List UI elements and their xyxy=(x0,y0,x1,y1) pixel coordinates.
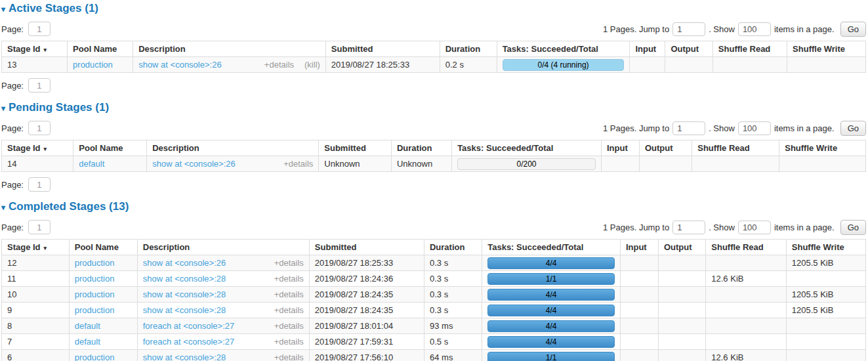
go-button[interactable]: Go xyxy=(840,22,866,37)
jump-to-input[interactable] xyxy=(672,221,705,234)
cell-shuffle-read xyxy=(706,318,786,334)
show-count-input[interactable] xyxy=(738,22,771,36)
col-header-stage-id[interactable]: Stage Id▾ xyxy=(2,240,70,255)
go-button[interactable]: Go xyxy=(840,220,866,235)
col-header-output[interactable]: Output xyxy=(658,240,705,255)
show-label: . Show xyxy=(709,123,735,133)
col-header-description[interactable]: Description xyxy=(133,41,326,57)
col-header-input[interactable]: Input xyxy=(620,240,658,255)
show-count-input[interactable] xyxy=(738,221,771,234)
col-header-shuffle-write[interactable]: Shuffle Write xyxy=(786,240,865,255)
details-toggle[interactable]: +details xyxy=(274,337,304,347)
description-link[interactable]: show at <console>:26 xyxy=(138,60,221,70)
pool-name-link[interactable]: production xyxy=(75,352,115,361)
col-header-shuffle-read[interactable]: Shuffle Read xyxy=(692,140,779,156)
col-header-tasks[interactable]: Tasks: Succeeded/Total xyxy=(452,140,602,156)
cell-submitted: Unknown xyxy=(319,156,392,172)
details-toggle[interactable]: +details xyxy=(283,159,313,169)
cell-pool-name: production xyxy=(69,350,137,361)
details-toggle[interactable]: +details xyxy=(274,274,304,284)
page-control: Page: xyxy=(1,78,51,93)
col-header-submitted[interactable]: Submitted xyxy=(325,41,440,57)
col-header-output[interactable]: Output xyxy=(639,140,692,156)
details-toggle[interactable]: +details xyxy=(264,60,294,70)
col-header-label: Description xyxy=(143,242,190,252)
task-progress-bar: 4/4 xyxy=(487,336,615,348)
pool-name-link[interactable]: production xyxy=(75,305,115,315)
description-link[interactable]: show at <console>:28 xyxy=(143,352,226,361)
page-number-input[interactable] xyxy=(28,220,51,234)
details-toggle[interactable]: +details xyxy=(274,258,304,268)
pool-name-link[interactable]: production xyxy=(75,258,115,268)
col-header-tasks[interactable]: Tasks: Succeeded/Total xyxy=(497,41,630,57)
pool-name-link[interactable]: production xyxy=(75,289,115,299)
pool-name-link[interactable]: production xyxy=(73,60,113,70)
cell-submitted: 2019/08/27 18:24:35 xyxy=(309,287,424,303)
description-link[interactable]: foreach at <console>:27 xyxy=(143,337,235,347)
cell-duration: 0.3 s xyxy=(424,287,482,303)
col-header-stage-id[interactable]: Stage Id▾ xyxy=(2,41,68,57)
description-link[interactable]: foreach at <console>:27 xyxy=(143,321,235,331)
col-header-duration[interactable]: Duration xyxy=(424,240,482,255)
go-button[interactable]: Go xyxy=(840,121,866,136)
col-header-output[interactable]: Output xyxy=(665,41,713,57)
col-header-pool-name[interactable]: Pool Name xyxy=(73,140,147,156)
col-header-pool-name[interactable]: Pool Name xyxy=(69,240,137,255)
jump-to-input[interactable] xyxy=(672,22,705,36)
section-heading-active[interactable]: ▾Active Stages (1) xyxy=(1,3,866,15)
sort-desc-icon: ▾ xyxy=(44,146,47,152)
col-header-description[interactable]: Description xyxy=(137,240,309,255)
col-header-stage-id[interactable]: Stage Id▾ xyxy=(2,140,73,156)
details-toggle[interactable]: +details xyxy=(274,289,304,299)
col-header-input[interactable]: Input xyxy=(630,41,665,57)
pool-name-link[interactable]: production xyxy=(75,274,115,284)
page-number-input[interactable] xyxy=(28,78,51,93)
description-link[interactable]: show at <console>:28 xyxy=(143,305,226,315)
kill-link[interactable]: (kill) xyxy=(304,60,320,70)
col-header-label: Input xyxy=(626,242,647,252)
col-header-description[interactable]: Description xyxy=(147,140,319,156)
page-number-input[interactable] xyxy=(28,177,51,192)
pool-name-link[interactable]: default xyxy=(79,159,104,169)
col-header-tasks[interactable]: Tasks: Succeeded/Total xyxy=(482,240,621,255)
cell-input xyxy=(620,255,658,271)
col-header-shuffle-read[interactable]: Shuffle Read xyxy=(713,41,787,57)
cell-stage-id: 13 xyxy=(2,57,68,73)
progress-label: 1/1 xyxy=(488,352,614,361)
section-heading-completed[interactable]: ▾Completed Stages (13) xyxy=(1,201,866,213)
col-header-shuffle-read[interactable]: Shuffle Read xyxy=(706,240,786,255)
section-heading-pending[interactable]: ▾Pending Stages (1) xyxy=(1,102,866,114)
task-progress-bar: 0/200 xyxy=(457,158,596,170)
details-toggle[interactable]: +details xyxy=(274,352,304,361)
col-header-shuffle-write[interactable]: Shuffle Write xyxy=(779,140,866,156)
cell-duration: 0.3 s xyxy=(424,255,482,271)
cell-input xyxy=(620,334,658,350)
details-toggle[interactable]: +details xyxy=(274,305,304,315)
col-header-submitted[interactable]: Submitted xyxy=(309,240,424,255)
collapse-arrow-icon: ▾ xyxy=(1,3,5,15)
show-count-input[interactable] xyxy=(738,121,771,135)
page-number-input[interactable] xyxy=(28,22,51,36)
pool-name-link[interactable]: default xyxy=(75,337,100,347)
col-header-input[interactable]: Input xyxy=(601,140,639,156)
page-label: Page: xyxy=(1,123,24,133)
cell-duration: 0.3 s xyxy=(424,271,482,287)
col-header-shuffle-write[interactable]: Shuffle Write xyxy=(787,41,866,57)
stages-section-active: ▾Active Stages (1)Page:1 Pages. Jump to.… xyxy=(1,3,866,93)
col-header-submitted[interactable]: Submitted xyxy=(319,140,392,156)
page-number-input[interactable] xyxy=(28,121,51,135)
description-link[interactable]: show at <console>:26 xyxy=(143,258,226,268)
col-header-duration[interactable]: Duration xyxy=(391,140,451,156)
collapse-arrow-icon: ▾ xyxy=(1,202,5,213)
col-header-pool-name[interactable]: Pool Name xyxy=(68,41,133,57)
col-header-duration[interactable]: Duration xyxy=(440,41,497,57)
cell-shuffle-write xyxy=(786,271,865,287)
jump-to-input[interactable] xyxy=(672,121,705,135)
cell-tasks: 0/4 (4 running) xyxy=(497,57,630,73)
pool-name-link[interactable]: default xyxy=(75,321,100,331)
details-toggle[interactable]: +details xyxy=(274,321,304,331)
page-jump-control: 1 Pages. Jump to. Showitems in a page.Go xyxy=(603,220,866,235)
description-link[interactable]: show at <console>:26 xyxy=(152,159,235,169)
description-link[interactable]: show at <console>:28 xyxy=(143,274,226,284)
description-link[interactable]: show at <console>:28 xyxy=(143,289,226,299)
